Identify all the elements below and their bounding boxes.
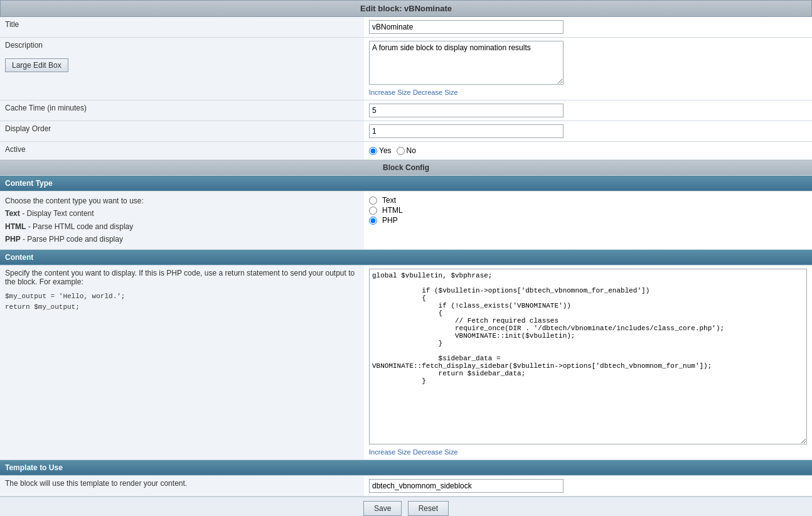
- active-no-radio[interactable]: [397, 147, 405, 155]
- content-type-text-radio-group: Text: [369, 196, 807, 205]
- no-text: No: [407, 146, 416, 155]
- content-header: Content: [0, 249, 812, 265]
- title-row: Title: [0, 17, 812, 38]
- content-type-text-radio[interactable]: [369, 196, 377, 205]
- template-row: The block will use this template to rend…: [0, 475, 812, 496]
- reset-button[interactable]: Reset: [408, 501, 449, 516]
- description-label-cell: Description Large Edit Box: [0, 38, 364, 100]
- title-label: Title: [5, 20, 19, 29]
- content-type-php-label: PHP: [382, 216, 398, 225]
- content-type-header: Content Type: [0, 176, 812, 191]
- template-header: Template to Use: [0, 460, 812, 475]
- block-config-header-row: Block Config: [0, 160, 812, 176]
- description-size-links: Increase Size Decrease Size: [369, 88, 807, 97]
- content-row: Specify the content you want to display.…: [0, 265, 812, 460]
- content-type-html-desc: HTML - Parse HTML code and display: [5, 220, 359, 233]
- active-no-label[interactable]: No: [397, 146, 416, 155]
- main-form-table: Title Description Large Edit Box A forum…: [0, 17, 812, 497]
- title-input-cell: [364, 17, 812, 38]
- template-input[interactable]: [369, 479, 564, 493]
- active-yes-label[interactable]: Yes: [369, 146, 392, 155]
- display-order-label-cell: Display Order: [0, 121, 364, 142]
- text-bold: Text: [5, 209, 20, 218]
- text-desc: - Display Text content: [20, 209, 94, 218]
- content-type-php-desc: PHP - Parse PHP code and display: [5, 233, 359, 245]
- page-title: Edit block: vBNominate: [360, 4, 452, 13]
- content-size-links: Increase Size Decrease Size: [369, 448, 807, 456]
- active-row: Active Yes No: [0, 142, 812, 160]
- title-input[interactable]: [369, 20, 564, 34]
- php-bold: PHP: [5, 235, 21, 244]
- cache-time-input[interactable]: [369, 104, 564, 117]
- description-row: Description Large Edit Box A forum side …: [0, 38, 812, 100]
- description-textarea[interactable]: A forum side block to display nomination…: [369, 41, 564, 85]
- description-increase-size-link[interactable]: Increase Size: [369, 89, 411, 96]
- content-type-php-radio[interactable]: [369, 217, 377, 225]
- content-type-text-label: Text: [382, 196, 396, 205]
- display-order-input-cell: [364, 121, 812, 142]
- content-type-header-row: Content Type: [0, 176, 812, 191]
- title-label-cell: Title: [0, 17, 364, 38]
- content-type-label-cell: Choose the content type you want to use:…: [0, 191, 364, 250]
- content-type-php-radio-group: PHP: [369, 216, 807, 225]
- content-type-html-radio-group: HTML: [369, 206, 807, 215]
- template-label-cell: The block will use this template to rend…: [0, 475, 364, 496]
- content-description: Specify the content you want to display.…: [5, 269, 359, 286]
- active-radio-group: Yes No: [369, 146, 807, 155]
- content-increase-size-link[interactable]: Increase Size: [369, 448, 411, 456]
- cache-time-label: Cache Time (in minutes): [5, 104, 87, 112]
- yes-text: Yes: [379, 146, 392, 155]
- bottom-buttons-bar: Save Reset: [0, 497, 812, 516]
- content-example-line2: return $my_output;: [5, 302, 359, 313]
- active-yes-radio[interactable]: [369, 147, 377, 155]
- content-input-cell: global $vbulletin, $vbphrase; if ($vbull…: [364, 265, 812, 460]
- save-button[interactable]: Save: [363, 501, 402, 516]
- template-input-cell: [364, 475, 812, 496]
- description-input-cell: A forum side block to display nomination…: [364, 38, 812, 100]
- content-example: $my_output = 'Hello, world.'; return $my…: [5, 291, 359, 313]
- block-config-header: Block Config: [0, 160, 812, 176]
- cache-time-label-cell: Cache Time (in minutes): [0, 100, 364, 121]
- content-type-row: Choose the content type you want to use:…: [0, 191, 812, 250]
- template-header-row: Template to Use: [0, 460, 812, 475]
- active-input-cell: Yes No: [364, 142, 812, 160]
- php-desc: - Parse PHP code and display: [21, 235, 123, 244]
- content-label-cell: Specify the content you want to display.…: [0, 265, 364, 460]
- display-order-label: Display Order: [5, 124, 51, 133]
- large-edit-box-button[interactable]: Large Edit Box: [5, 58, 68, 72]
- cache-time-row: Cache Time (in minutes): [0, 100, 812, 121]
- content-type-html-radio[interactable]: [369, 207, 377, 215]
- page-wrapper: Edit block: vBNominate Title Description…: [0, 0, 812, 516]
- active-label-cell: Active: [0, 142, 364, 160]
- content-type-html-label: HTML: [382, 206, 403, 215]
- template-description: The block will use this template to rend…: [5, 479, 187, 488]
- active-label: Active: [5, 145, 26, 154]
- html-desc: - Parse HTML code and display: [26, 222, 133, 231]
- content-type-choose: Choose the content type you want to use:: [5, 195, 359, 207]
- description-decrease-size-link[interactable]: Decrease Size: [413, 89, 458, 96]
- content-example-line1: $my_output = 'Hello, world.';: [5, 291, 359, 303]
- html-bold: HTML: [5, 222, 26, 231]
- cache-time-input-cell: [364, 100, 812, 121]
- content-type-input-cell: Text HTML PHP: [364, 191, 812, 250]
- display-order-row: Display Order: [0, 121, 812, 142]
- content-decrease-size-link[interactable]: Decrease Size: [413, 448, 458, 456]
- content-type-text-desc: Text - Display Text content: [5, 207, 359, 220]
- page-header: Edit block: vBNominate: [0, 0, 812, 17]
- display-order-input[interactable]: [369, 124, 564, 138]
- content-header-row: Content: [0, 249, 812, 265]
- description-label: Description: [5, 41, 359, 50]
- content-code-textarea[interactable]: global $vbulletin, $vbphrase; if ($vbull…: [369, 269, 807, 444]
